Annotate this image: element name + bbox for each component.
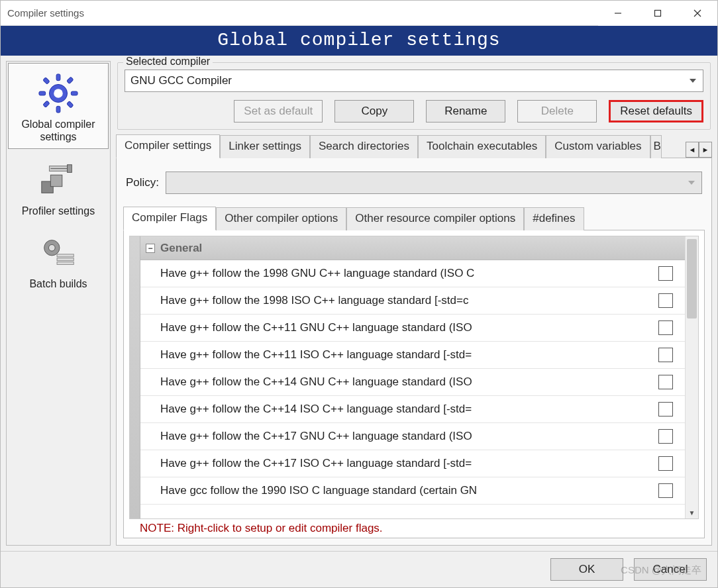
flag-checkbox[interactable] [658, 320, 673, 335]
flag-label: Have g++ follow the C++11 GNU C++ langua… [140, 321, 653, 334]
tab-compiler-settings[interactable]: Compiler settings [116, 134, 220, 158]
tab-custom-variables[interactable]: Custom variables [546, 135, 650, 158]
svg-rect-8 [71, 91, 77, 95]
group-title: Selected compiler [123, 56, 213, 68]
flags-group-header[interactable]: − General [140, 236, 685, 260]
maximize-button[interactable] [638, 1, 678, 26]
svg-rect-18 [68, 165, 72, 173]
flag-label: Have gcc follow the 1990 ISO C language … [140, 484, 653, 497]
svg-point-13 [54, 89, 63, 98]
scroll-down-icon[interactable]: ▼ [686, 507, 698, 518]
cancel-button[interactable]: Cancel [634, 558, 707, 581]
settings-sidebar: Global compiler settings Profiler settin… [6, 61, 111, 546]
tab-other-compiler-options[interactable]: Other compiler options [216, 207, 346, 230]
policy-label: Policy: [126, 176, 159, 189]
policy-select[interactable] [166, 172, 702, 194]
flag-row[interactable]: Have g++ follow the C++17 ISO C++ langua… [140, 450, 685, 477]
svg-rect-11 [67, 77, 74, 83]
flag-checkbox[interactable] [658, 266, 673, 281]
svg-point-20 [48, 244, 55, 251]
flags-scrollbar[interactable]: ▼ [685, 236, 698, 518]
flag-row[interactable]: Have g++ follow the C++14 ISO C++ langua… [140, 396, 685, 423]
selected-compiler-group: Selected compiler GNU GCC Compiler Set a… [117, 62, 711, 130]
flag-checkbox[interactable] [658, 429, 673, 444]
tab-linker-settings[interactable]: Linker settings [220, 135, 310, 158]
rename-button[interactable]: Rename [426, 100, 505, 122]
flag-row[interactable]: Have g++ follow the C++14 GNU C++ langua… [140, 369, 685, 396]
svg-rect-21 [57, 254, 74, 257]
minimize-button[interactable] [598, 1, 638, 26]
sidebar-item-label: Global compiler settings [11, 118, 105, 143]
close-button[interactable] [678, 1, 717, 26]
page-banner: Global compiler settings [1, 26, 717, 56]
flag-row[interactable]: Have g++ follow the 1998 GNU C++ languag… [140, 260, 685, 287]
svg-rect-12 [43, 101, 50, 107]
flag-row[interactable]: Have gcc follow the 1990 ISO C language … [140, 477, 685, 505]
tab-scroll-left[interactable]: ◄ [686, 142, 699, 158]
policy-row: Policy: [126, 172, 702, 194]
reset-defaults-button[interactable]: Reset defaults [609, 100, 703, 122]
svg-rect-6 [56, 106, 60, 113]
profiler-icon [35, 157, 81, 203]
tab-toolchain-executables[interactable]: Toolchain executables [418, 135, 546, 158]
window-title: Compiler settings [7, 7, 598, 19]
flag-label: Have g++ follow the 1998 ISO C++ languag… [140, 294, 653, 307]
flags-gutter [130, 236, 140, 518]
svg-rect-9 [43, 77, 50, 84]
flag-checkbox[interactable] [658, 348, 673, 362]
flag-row[interactable]: Have g++ follow the C++11 ISO C++ langua… [140, 342, 685, 369]
compiler-select[interactable]: GNU GCC Compiler [125, 70, 703, 92]
flag-checkbox[interactable] [658, 483, 673, 498]
gear-icon [35, 70, 81, 117]
flag-label: Have g++ follow the C++14 GNU C++ langua… [140, 375, 653, 389]
tab-compiler-flags[interactable]: Compiler Flags [123, 207, 216, 230]
svg-rect-7 [39, 91, 46, 95]
flag-checkbox[interactable] [658, 375, 673, 389]
svg-rect-5 [56, 74, 60, 81]
tab-scroll-right[interactable]: ► [699, 142, 712, 158]
flag-row[interactable]: Have g++ follow the C++17 GNU C++ langua… [140, 423, 685, 450]
tab-build-options-cut[interactable]: B [650, 135, 662, 158]
collapse-icon[interactable]: − [146, 244, 155, 253]
flags-group-label: General [160, 242, 202, 255]
svg-rect-15 [50, 175, 62, 187]
flags-note: NOTE: Right-click to setup or edit compi… [129, 519, 699, 535]
main-panel: Selected compiler GNU GCC Compiler Set a… [116, 61, 712, 546]
sidebar-item-global-compiler[interactable]: Global compiler settings [8, 63, 109, 149]
flag-checkbox[interactable] [658, 402, 673, 416]
sidebar-item-label: Batch builds [29, 277, 87, 290]
scrollbar-thumb[interactable] [687, 239, 697, 318]
flags-grid: − General Have g++ follow the 1998 GNU C… [129, 236, 699, 519]
tab-search-directories[interactable]: Search directories [310, 135, 418, 158]
svg-rect-1 [655, 10, 661, 16]
compiler-action-row: Set as default Copy Rename Delete Reset … [125, 100, 703, 122]
compiler-tabs: Compiler settings Linker settings Search… [116, 134, 712, 158]
sidebar-item-batch-builds[interactable]: Batch builds [7, 223, 110, 295]
compiler-subtabs: Compiler Flags Other compiler options Ot… [123, 206, 705, 230]
tab-defines[interactable]: #defines [524, 207, 584, 230]
batch-icon [35, 230, 81, 276]
tab-other-resource-options[interactable]: Other resource compiler options [346, 207, 524, 230]
svg-rect-22 [57, 258, 74, 260]
flag-checkbox[interactable] [658, 293, 673, 308]
flag-row[interactable]: Have g++ follow the 1998 ISO C++ languag… [140, 287, 685, 315]
copy-button[interactable]: Copy [334, 100, 414, 122]
flag-label: Have g++ follow the C++11 ISO C++ langua… [140, 348, 653, 362]
compiler-settings-window: Compiler settings Global compiler settin… [0, 0, 718, 588]
flag-checkbox[interactable] [658, 456, 673, 471]
flag-label: Have g++ follow the C++17 ISO C++ langua… [140, 457, 653, 470]
sidebar-item-label: Profiler settings [22, 205, 95, 217]
flag-row[interactable]: Have g++ follow the C++11 GNU C++ langua… [140, 315, 685, 342]
flags-scroll: − General Have g++ follow the 1998 GNU C… [140, 236, 685, 518]
flag-label: Have g++ follow the C++14 ISO C++ langua… [140, 403, 653, 416]
body: Global compiler settings Profiler settin… [1, 56, 717, 551]
compiler-settings-panel: Policy: Compiler Flags Other compiler op… [116, 158, 712, 546]
delete-button[interactable]: Delete [517, 100, 597, 122]
compiler-select-value: GNU GCC Compiler [130, 74, 232, 87]
ok-button[interactable]: OK [550, 558, 623, 581]
titlebar: Compiler settings [1, 1, 717, 26]
sidebar-item-profiler[interactable]: Profiler settings [7, 150, 110, 222]
set-as-default-button[interactable]: Set as default [234, 100, 323, 122]
flag-label: Have g++ follow the C++17 GNU C++ langua… [140, 430, 653, 443]
svg-rect-23 [57, 262, 74, 264]
